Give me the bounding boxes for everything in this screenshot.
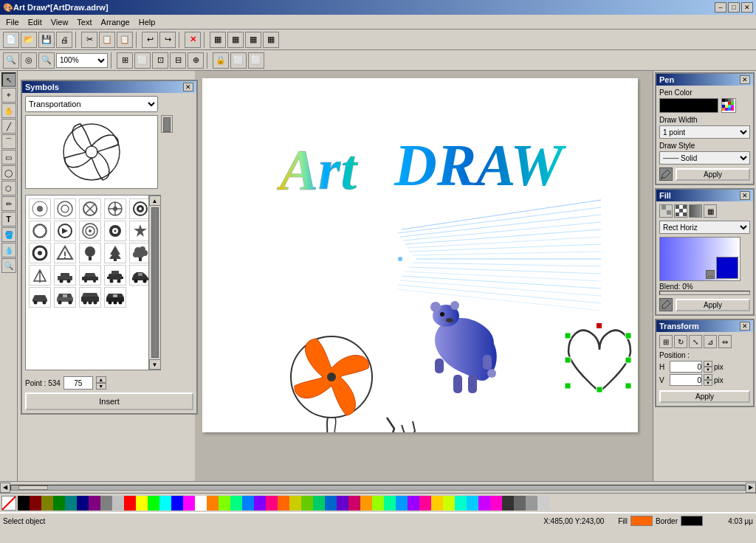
cut-button[interactable]: ✂	[81, 32, 97, 48]
paste-button[interactable]: 📋	[117, 32, 133, 48]
pen-apply-button[interactable]: Apply	[676, 168, 750, 181]
color-swatch[interactable]	[41, 496, 53, 511]
symbol-item[interactable]	[104, 221, 126, 241]
pan-tool[interactable]: ✋	[1, 103, 16, 118]
fill-type-select[interactable]: Rect Horiz Rect Vert Radial Linear None	[659, 221, 750, 234]
text-tool[interactable]: T	[1, 212, 16, 226]
new-button[interactable]: 📄	[3, 32, 19, 48]
symbol-item[interactable]	[29, 243, 51, 263]
color-swatch[interactable]	[171, 496, 183, 511]
symbol-item[interactable]	[79, 243, 101, 263]
eyedropper-tool[interactable]: 💧	[1, 243, 16, 257]
menu-text[interactable]: Text	[72, 16, 96, 28]
transparent-color[interactable]	[1, 496, 16, 511]
color-swatch[interactable]	[254, 496, 266, 511]
zoom-out-button[interactable]: 🔍	[3, 52, 19, 69]
color-swatch[interactable]	[219, 496, 230, 511]
grid-button[interactable]: ▦	[227, 32, 244, 48]
h-scroll-thumb[interactable]	[18, 485, 48, 490]
blend-slider[interactable]	[659, 291, 750, 295]
fill-dots-btn[interactable]: …	[706, 270, 715, 279]
color-swatch[interactable]	[18, 496, 30, 511]
ungroup-button[interactable]: ⊡	[152, 52, 168, 69]
pen-dropper-icon[interactable]	[659, 167, 673, 181]
color-swatch[interactable]	[195, 496, 207, 511]
color-swatch[interactable]	[266, 496, 278, 511]
color-swatch[interactable]	[396, 496, 408, 511]
print-button[interactable]: 🖨	[56, 32, 72, 48]
fill-gradient-display[interactable]: …	[659, 237, 740, 281]
zoom-tool[interactable]: 🔍	[1, 258, 16, 273]
v-down-button[interactable]: ▼	[704, 380, 712, 386]
zoom-in-button[interactable]: 🔍	[38, 52, 55, 69]
symbol-item[interactable]	[79, 287, 101, 308]
symbol-item[interactable]	[29, 221, 51, 241]
fill-tool[interactable]: 🪣	[1, 227, 16, 242]
select-tool[interactable]: ↖	[1, 72, 16, 87]
color-swatch[interactable]	[384, 496, 396, 511]
color-swatch[interactable]	[372, 496, 384, 511]
color-swatch[interactable]	[89, 496, 100, 511]
color-swatch[interactable]	[207, 496, 219, 511]
transform-move-icon[interactable]: ⊞	[659, 335, 673, 348]
v-up-button[interactable]: ▲	[704, 374, 712, 380]
insert-button[interactable]: Insert	[25, 392, 193, 410]
large-preview-scrollbar[interactable]	[161, 115, 173, 133]
undo-button[interactable]: ↩	[142, 32, 158, 48]
fill-panel-close[interactable]: ✕	[740, 191, 750, 200]
polygon-tool[interactable]: ⬡	[1, 181, 16, 196]
color-swatch[interactable]	[348, 496, 360, 511]
color-swatch[interactable]	[301, 496, 313, 511]
symbol-item[interactable]	[104, 265, 126, 286]
pen-color-grid[interactable]	[721, 98, 736, 113]
fill-color-blue[interactable]	[716, 257, 738, 279]
fill-grid-icon[interactable]	[659, 204, 673, 218]
point-down-button[interactable]: ▼	[96, 383, 106, 390]
fill-checker-icon[interactable]	[674, 204, 687, 218]
point-size-input[interactable]	[63, 376, 93, 390]
draw-style-select[interactable]: ─── Solid --- Dashed ... Dotted	[659, 151, 750, 165]
color-swatch[interactable]	[325, 496, 337, 511]
symbol-item[interactable]	[79, 198, 101, 219]
transform-scale-icon[interactable]: ⤡	[689, 335, 702, 348]
symbol-item[interactable]	[54, 221, 76, 241]
scroll-down-arrow[interactable]: ▼	[149, 359, 161, 370]
open-button[interactable]: 📂	[21, 32, 37, 48]
menu-file[interactable]: File	[1, 16, 24, 28]
symbol-item[interactable]	[104, 243, 126, 263]
rect-tool[interactable]: ▭	[1, 150, 16, 165]
fill-color-indicator[interactable]	[630, 516, 653, 526]
symbols-close-button[interactable]: ✕	[183, 83, 193, 91]
maximize-button[interactable]: □	[728, 2, 740, 13]
color-swatch[interactable]	[502, 496, 514, 511]
node-tool[interactable]: ⌖	[1, 88, 16, 103]
delete-button[interactable]: ✕	[185, 32, 201, 48]
snap-button[interactable]: ▦	[210, 32, 226, 48]
v-position-input[interactable]	[670, 374, 702, 386]
symbols-scrollbar[interactable]: ▲ ▼	[148, 196, 160, 370]
color-swatch[interactable]	[478, 496, 490, 511]
pen-color-swatch[interactable]	[659, 98, 718, 113]
symbol-item[interactable]	[29, 265, 51, 286]
symbol-item[interactable]	[104, 198, 126, 219]
zoom-page-button[interactable]: ▦	[263, 32, 279, 48]
color-swatch[interactable]	[526, 496, 537, 511]
color-swatch[interactable]	[124, 496, 136, 511]
symbol-item[interactable]	[54, 198, 76, 219]
zoom-fit-button[interactable]: ▦	[245, 32, 261, 48]
zoom-100-button[interactable]: ◎	[21, 52, 37, 69]
symbol-item[interactable]	[54, 265, 76, 286]
symbol-item[interactable]	[79, 221, 101, 241]
h-down-button[interactable]: ▼	[704, 367, 712, 373]
draw-width-select[interactable]: 1 point 2 point 3 point	[659, 125, 750, 139]
curve-tool[interactable]: ⌒	[1, 134, 16, 149]
color-swatch[interactable]	[467, 496, 478, 511]
symbol-item[interactable]	[104, 287, 126, 308]
layer-btn1[interactable]: ⬜	[230, 52, 247, 69]
ellipse-tool[interactable]: ◯	[1, 165, 16, 180]
transform-flip-icon[interactable]: ⇔	[718, 335, 732, 348]
color-swatch[interactable]	[65, 496, 77, 511]
color-swatch[interactable]	[360, 496, 372, 511]
close-button[interactable]: ✕	[741, 2, 753, 13]
fill-apply-button[interactable]: Apply	[676, 299, 750, 311]
